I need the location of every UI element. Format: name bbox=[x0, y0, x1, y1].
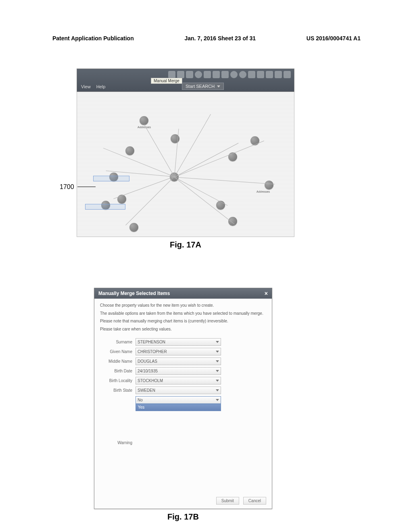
warning-dropdown-list: Yes bbox=[136, 404, 221, 489]
header-middle: Jan. 7, 2016 Sheet 23 of 31 bbox=[184, 35, 256, 42]
label-birth-date: Birth Date bbox=[100, 369, 132, 373]
toolbar-icon[interactable] bbox=[239, 71, 246, 78]
label-surname: Surname bbox=[100, 340, 132, 344]
select-warning[interactable]: No bbox=[136, 396, 221, 404]
toolbar-icon[interactable] bbox=[186, 71, 193, 78]
figure-17b: Manually Merge Selected Items × Choose t… bbox=[94, 288, 272, 522]
value-birth-locality: STOCKHOLM bbox=[138, 378, 163, 383]
cancel-button[interactable]: Cancel bbox=[243, 497, 266, 505]
ref-leader-line bbox=[77, 187, 96, 187]
select-birth-locality[interactable]: STOCKHOLM bbox=[136, 377, 221, 384]
submit-button[interactable]: Submit bbox=[216, 497, 239, 505]
graph-node[interactable] bbox=[125, 146, 134, 155]
graph-edge bbox=[174, 114, 211, 177]
toolbar-icon[interactable] bbox=[221, 71, 229, 78]
menu-help[interactable]: Help bbox=[96, 84, 106, 89]
merge-dialog: Manually Merge Selected Items × Choose t… bbox=[94, 288, 272, 509]
toolbar-icon[interactable] bbox=[177, 71, 184, 78]
dialog-titlebar: Manually Merge Selected Items × bbox=[94, 288, 272, 299]
graph-edge bbox=[125, 177, 174, 225]
field-given-name: Given Name CHRISTOPHER bbox=[100, 348, 266, 355]
graph-edge bbox=[174, 141, 264, 177]
graph-edge bbox=[174, 177, 275, 184]
close-icon[interactable]: × bbox=[265, 290, 268, 297]
selection-box[interactable] bbox=[85, 204, 125, 210]
dropdown-option-yes[interactable]: Yes bbox=[136, 404, 221, 411]
dialog-instructions: Choose the property values for the new i… bbox=[94, 299, 272, 337]
graph-node[interactable] bbox=[228, 217, 237, 226]
value-given-name: CHRISTOPHER bbox=[138, 349, 167, 354]
toolbar-icon[interactable] bbox=[195, 71, 202, 78]
instr-line-1: Choose the property values for the new i… bbox=[100, 303, 266, 308]
label-warning: Warning bbox=[100, 441, 132, 445]
field-surname: Surname STEPHENSON bbox=[100, 338, 266, 346]
field-birth-state: Birth State SWEDEN bbox=[100, 387, 266, 394]
manual-merge-tooltip: Manual Merge bbox=[151, 78, 182, 84]
menu-bar: View Help bbox=[81, 84, 105, 89]
toolbar-icon[interactable] bbox=[204, 71, 211, 78]
select-given-name[interactable]: CHRISTOPHER bbox=[136, 348, 221, 355]
field-birth-date: Birth Date 24/10/1935 bbox=[100, 367, 266, 375]
toolbar-icon[interactable] bbox=[230, 71, 238, 78]
graph-edge bbox=[144, 125, 175, 177]
chevron-down-icon bbox=[216, 389, 219, 391]
toolbar-icon[interactable] bbox=[266, 71, 273, 78]
graph-edge bbox=[174, 177, 234, 224]
graph-canvas[interactable]: Addresses Addresses bbox=[77, 92, 294, 237]
merge-form: Surname STEPHENSON Given Name CHRISTOPHE… bbox=[94, 337, 272, 495]
dialog-footer: Submit Cancel bbox=[94, 495, 272, 509]
select-birth-state[interactable]: SWEDEN bbox=[136, 387, 221, 394]
label-birth-locality: Birth Locality bbox=[100, 378, 132, 383]
graph-node[interactable] bbox=[129, 223, 138, 232]
select-middle-name[interactable]: DOUGLAS bbox=[136, 357, 221, 365]
start-search-button[interactable]: Start SEARCH bbox=[182, 83, 224, 90]
value-birth-date: 24/10/1935 bbox=[138, 369, 158, 373]
field-birth-locality: Birth Locality STOCKHOLM bbox=[100, 377, 266, 384]
chevron-down-icon bbox=[216, 360, 219, 362]
field-middle-name: Middle Name DOUGLAS bbox=[100, 357, 266, 365]
value-birth-state: SWEDEN bbox=[138, 388, 155, 393]
figure-17b-caption: Fig. 17B bbox=[94, 512, 272, 522]
graph-node[interactable] bbox=[265, 181, 273, 189]
graph-edge bbox=[174, 177, 228, 206]
instr-line-2: The available options are taken from the… bbox=[100, 311, 266, 316]
toolbar: Manual Merge View Help Start SEARCH bbox=[77, 69, 294, 92]
select-birth-date[interactable]: 24/10/1935 bbox=[136, 367, 221, 375]
chevron-down-icon bbox=[216, 399, 219, 401]
node-label: Addresses bbox=[257, 190, 270, 193]
label-given-name: Given Name bbox=[100, 349, 132, 354]
toolbar-icon[interactable] bbox=[213, 71, 220, 78]
start-search-label: Start SEARCH bbox=[186, 84, 215, 89]
label-birth-state: Birth State bbox=[100, 388, 132, 393]
chevron-down-icon bbox=[216, 370, 219, 372]
value-surname: STEPHENSON bbox=[138, 340, 165, 344]
toolbar-icon[interactable] bbox=[168, 71, 175, 78]
select-surname[interactable]: STEPHENSON bbox=[136, 338, 221, 346]
graph-node[interactable] bbox=[140, 116, 148, 125]
toolbar-icon[interactable] bbox=[248, 71, 255, 78]
label-middle-name: Middle Name bbox=[100, 359, 132, 364]
value-warning: No bbox=[138, 398, 143, 402]
value-middle-name: DOUGLAS bbox=[138, 359, 157, 364]
instr-line-4: Please take care when selecting values. bbox=[100, 326, 266, 332]
toolbar-icon[interactable] bbox=[257, 71, 264, 78]
chevron-down-icon bbox=[216, 351, 219, 353]
page-header: Patent Application Publication Jan. 7, 2… bbox=[52, 35, 361, 42]
chevron-down-icon bbox=[216, 380, 219, 382]
selection-box[interactable] bbox=[93, 176, 129, 181]
instr-line-3: Please note that manually merging chart … bbox=[100, 318, 266, 324]
chevron-down-icon bbox=[216, 341, 219, 343]
menu-view[interactable]: View bbox=[81, 84, 91, 89]
chevron-down-icon bbox=[217, 85, 220, 87]
ref-number-1700: 1700 bbox=[60, 183, 74, 191]
field-warning: Warning No Yes bbox=[100, 396, 266, 489]
header-left: Patent Application Publication bbox=[52, 35, 134, 42]
figure-17a-caption: Fig. 17A bbox=[77, 240, 294, 249]
figure-17a: Manual Merge View Help Start SEARCH Addr… bbox=[77, 69, 294, 249]
node-label: Addresses bbox=[138, 126, 151, 129]
toolbar-icon[interactable] bbox=[275, 71, 282, 78]
toolbar-icon[interactable] bbox=[284, 71, 291, 78]
header-right: US 2016/0004741 A1 bbox=[307, 35, 361, 42]
graph-node[interactable] bbox=[250, 136, 259, 145]
dialog-title-text: Manually Merge Selected Items bbox=[98, 291, 170, 296]
